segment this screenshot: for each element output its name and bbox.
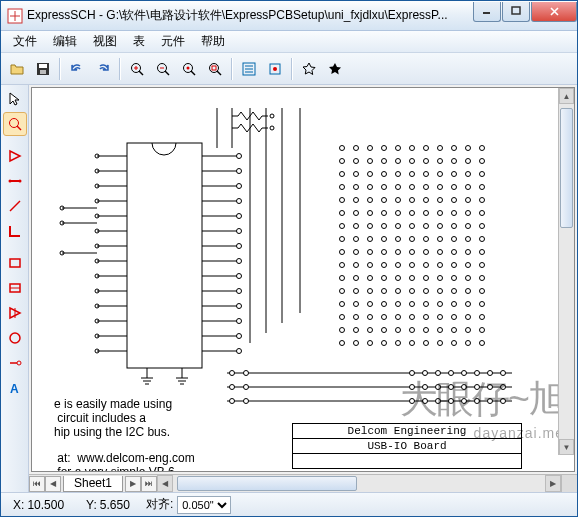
menu-edit[interactable]: 编辑 bbox=[45, 31, 85, 52]
scroll-right-icon[interactable]: ▶ bbox=[545, 475, 561, 492]
svg-point-260 bbox=[410, 276, 415, 281]
svg-point-240 bbox=[438, 250, 443, 255]
menu-file[interactable]: 文件 bbox=[5, 31, 45, 52]
svg-point-124 bbox=[230, 385, 235, 390]
svg-point-194 bbox=[410, 198, 415, 203]
sheet-first-icon[interactable]: ⏮ bbox=[29, 476, 45, 492]
svg-point-137 bbox=[410, 399, 415, 404]
rect-tool[interactable] bbox=[3, 251, 27, 275]
scroll-left-icon[interactable]: ◀ bbox=[157, 475, 173, 492]
svg-point-309 bbox=[480, 328, 485, 333]
save-button[interactable] bbox=[31, 57, 55, 81]
svg-point-136 bbox=[244, 399, 249, 404]
svg-point-79 bbox=[237, 274, 242, 279]
svg-text:A: A bbox=[10, 382, 19, 396]
line-tool[interactable] bbox=[3, 194, 27, 218]
menu-table[interactable]: 表 bbox=[125, 31, 153, 52]
svg-point-29 bbox=[10, 333, 20, 343]
undo-button[interactable] bbox=[65, 57, 89, 81]
sheet-prev-icon[interactable]: ◀ bbox=[45, 476, 61, 492]
snap-select[interactable]: 0.050" bbox=[177, 496, 231, 514]
snap-button[interactable] bbox=[297, 57, 321, 81]
svg-point-12 bbox=[187, 66, 190, 69]
svg-point-128 bbox=[436, 385, 441, 390]
sheet-next-icon[interactable]: ▶ bbox=[125, 476, 141, 492]
svg-point-275 bbox=[466, 289, 471, 294]
close-button[interactable] bbox=[531, 2, 577, 22]
svg-point-159 bbox=[382, 159, 387, 164]
svg-point-139 bbox=[436, 399, 441, 404]
menu-view[interactable]: 视图 bbox=[85, 31, 125, 52]
corner-tool[interactable] bbox=[3, 219, 27, 243]
svg-point-204 bbox=[396, 211, 401, 216]
svg-point-185 bbox=[438, 185, 443, 190]
svg-point-154 bbox=[466, 146, 471, 151]
vscroll-thumb[interactable] bbox=[560, 108, 573, 228]
svg-point-138 bbox=[423, 399, 428, 404]
svg-point-184 bbox=[424, 185, 429, 190]
open-button[interactable] bbox=[5, 57, 29, 81]
svg-point-164 bbox=[452, 159, 457, 164]
wire-tool[interactable] bbox=[3, 169, 27, 193]
svg-point-292 bbox=[396, 315, 401, 320]
svg-point-318 bbox=[452, 341, 457, 346]
svg-point-220 bbox=[466, 224, 471, 229]
canvas[interactable]: e is easily made using circuit includes … bbox=[31, 87, 575, 472]
svg-point-202 bbox=[368, 211, 373, 216]
sheet-tab-1[interactable]: Sheet1 bbox=[63, 476, 123, 492]
svg-point-285 bbox=[452, 302, 457, 307]
status-y: Y: 5.650 bbox=[80, 497, 136, 513]
svg-point-113 bbox=[230, 371, 235, 376]
svg-point-180 bbox=[368, 185, 373, 190]
zoom-fit-button[interactable] bbox=[177, 57, 201, 81]
circle-tool[interactable] bbox=[3, 326, 27, 350]
pin-tool[interactable] bbox=[3, 351, 27, 375]
svg-point-312 bbox=[368, 341, 373, 346]
rotate-button[interactable] bbox=[323, 57, 347, 81]
svg-point-160 bbox=[396, 159, 401, 164]
minimize-button[interactable] bbox=[473, 2, 501, 22]
svg-point-219 bbox=[452, 224, 457, 229]
svg-point-238 bbox=[410, 250, 415, 255]
svg-point-305 bbox=[424, 328, 429, 333]
svg-rect-33 bbox=[127, 143, 202, 368]
text-tool[interactable]: A bbox=[3, 376, 27, 400]
svg-point-119 bbox=[462, 371, 467, 376]
menu-help[interactable]: 帮助 bbox=[193, 31, 233, 52]
svg-point-286 bbox=[466, 302, 471, 307]
svg-point-302 bbox=[382, 328, 387, 333]
buffer-tool[interactable] bbox=[3, 144, 27, 168]
svg-point-243 bbox=[480, 250, 485, 255]
svg-point-118 bbox=[449, 371, 454, 376]
svg-rect-25 bbox=[10, 259, 20, 267]
svg-point-162 bbox=[424, 159, 429, 164]
zoom-prev-button[interactable] bbox=[203, 57, 227, 81]
svg-point-263 bbox=[452, 276, 457, 281]
svg-point-270 bbox=[396, 289, 401, 294]
scroll-down-icon[interactable]: ▼ bbox=[559, 439, 574, 455]
horizontal-scrollbar[interactable]: ◀ ▶ bbox=[157, 475, 561, 492]
sheet-last-icon[interactable]: ⏭ bbox=[141, 476, 157, 492]
zoom-tool[interactable] bbox=[3, 112, 27, 136]
layers-button[interactable] bbox=[263, 57, 287, 81]
svg-point-89 bbox=[237, 349, 242, 354]
svg-point-157 bbox=[354, 159, 359, 164]
hscroll-thumb[interactable] bbox=[177, 476, 357, 491]
options-button[interactable] bbox=[237, 57, 261, 81]
scroll-up-icon[interactable]: ▲ bbox=[559, 88, 574, 104]
polygon-tool[interactable] bbox=[3, 301, 27, 325]
sheet-bar: ⏮ ◀ Sheet1 ▶ ⏭ ◀ ▶ bbox=[29, 474, 577, 492]
svg-point-133 bbox=[501, 385, 506, 390]
svg-point-179 bbox=[354, 185, 359, 190]
zoom-in-button[interactable] bbox=[125, 57, 149, 81]
filled-rect-tool[interactable] bbox=[3, 276, 27, 300]
svg-point-18 bbox=[273, 67, 277, 71]
redo-button[interactable] bbox=[91, 57, 115, 81]
vertical-scrollbar[interactable]: ▲ ▼ bbox=[558, 88, 574, 455]
maximize-button[interactable] bbox=[502, 2, 530, 22]
zoom-out-button[interactable] bbox=[151, 57, 175, 81]
menu-component[interactable]: 元件 bbox=[153, 31, 193, 52]
titlebar[interactable]: ExpressSCH - G:\软件\电路设计软件\ExpressPCBSetu… bbox=[1, 1, 577, 31]
select-tool[interactable] bbox=[3, 87, 27, 111]
svg-point-271 bbox=[410, 289, 415, 294]
